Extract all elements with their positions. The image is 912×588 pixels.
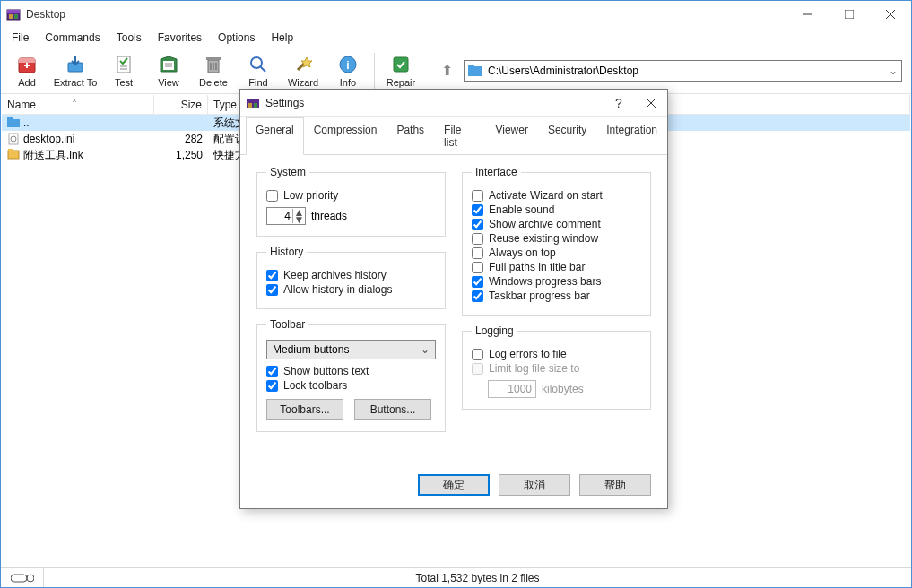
toolbars-button[interactable]: Toolbars... — [266, 399, 343, 420]
reuse-window-checkbox[interactable]: Reuse existing window — [472, 232, 641, 245]
app-icon — [6, 7, 21, 22]
menu-file[interactable]: File — [4, 30, 36, 46]
tab-integration[interactable]: Integration — [596, 117, 667, 155]
tab-security[interactable]: Security — [538, 117, 596, 155]
window-title: Desktop — [26, 8, 787, 21]
svg-rect-37 — [8, 149, 13, 151]
wizard-icon — [292, 54, 314, 75]
maximize-button[interactable] — [829, 1, 870, 28]
menu-favorites[interactable]: Favorites — [151, 30, 209, 46]
chevron-down-icon: ⌄ — [889, 65, 898, 77]
ini-file-icon — [7, 133, 20, 145]
activate-wizard-checkbox[interactable]: Activate Wizard on start — [472, 189, 641, 202]
repair-label: Repair — [387, 77, 415, 88]
windows-progress-checkbox[interactable]: Windows progress bars — [472, 275, 641, 288]
low-priority-checkbox[interactable]: Low priority — [266, 189, 436, 202]
lock-toolbars-checkbox[interactable]: Lock toolbars — [266, 379, 436, 392]
svg-line-25 — [260, 66, 265, 72]
svg-rect-9 — [19, 58, 35, 63]
folder-icon — [468, 65, 482, 77]
always-on-top-checkbox[interactable]: Always on top — [472, 246, 641, 259]
column-name[interactable]: Name ˄ — [2, 95, 154, 114]
status-text: Total 1,532 bytes in 2 files — [44, 572, 911, 584]
svg-rect-11 — [26, 63, 28, 68]
taskbar-progress-checkbox[interactable]: Taskbar progress bar — [472, 290, 641, 302]
keep-history-checkbox[interactable]: Keep archives history — [266, 269, 436, 281]
find-button[interactable]: Find — [236, 48, 281, 93]
menubar: File Commands Tools Favorites Options He… — [1, 28, 911, 48]
wizard-button[interactable]: Wizard — [281, 48, 326, 93]
repair-icon — [390, 54, 412, 75]
folder-up-icon — [7, 117, 20, 129]
menu-tools[interactable]: Tools — [109, 30, 149, 46]
settings-dialog: Settings ? General Compression Paths Fil… — [239, 89, 668, 509]
enable-sound-checkbox[interactable]: Enable sound — [472, 203, 641, 216]
path-text: C:\Users\Administrator\Desktop — [488, 65, 638, 77]
repair-button[interactable]: Repair — [378, 48, 423, 93]
svg-rect-38 — [11, 575, 27, 582]
menu-options[interactable]: Options — [211, 30, 262, 46]
threads-spinner[interactable]: ▲▼ — [266, 207, 306, 225]
info-label: Info — [340, 77, 356, 88]
svg-rect-2 — [9, 14, 13, 19]
logging-legend: Logging — [472, 324, 517, 337]
extract-icon — [65, 54, 86, 75]
toolbar-size-combo[interactable]: Medium buttons⌄ — [266, 340, 436, 359]
up-arrow-icon[interactable]: ⬆ — [441, 62, 453, 79]
svg-rect-41 — [248, 103, 252, 108]
toolbar-group: Toolbar Medium buttons⌄ Show buttons tex… — [256, 318, 446, 432]
dialog-icon — [246, 96, 260, 110]
view-button[interactable]: View — [146, 48, 191, 93]
view-label: View — [158, 77, 179, 88]
svg-rect-29 — [394, 57, 408, 72]
column-size[interactable]: Size — [154, 95, 208, 114]
add-icon — [16, 54, 38, 75]
main-toolbar: Add Extract To Test View Delete Find Wiz… — [1, 48, 911, 94]
logging-group: Logging Log errors to file Limit log fil… — [462, 324, 651, 410]
interface-legend: Interface — [472, 166, 521, 178]
history-group: History Keep archives history Allow hist… — [256, 246, 446, 309]
chevron-down-icon: ⌄ — [421, 343, 430, 356]
buttons-button[interactable]: Buttons... — [354, 399, 431, 420]
close-button[interactable] — [870, 1, 911, 28]
test-label: Test — [115, 77, 133, 88]
svg-rect-32 — [7, 119, 20, 127]
dialog-titlebar: Settings ? — [240, 90, 667, 117]
log-errors-checkbox[interactable]: Log errors to file — [472, 348, 641, 360]
cancel-button[interactable]: 取消 — [499, 474, 570, 496]
help-button[interactable]: 帮助 — [579, 474, 651, 496]
svg-rect-31 — [468, 65, 474, 68]
find-icon — [248, 54, 269, 75]
test-button[interactable]: Test — [101, 48, 146, 93]
log-size-input — [488, 380, 536, 398]
dialog-close-button[interactable] — [635, 91, 667, 116]
tab-general[interactable]: General — [246, 117, 304, 155]
tab-compression[interactable]: Compression — [304, 117, 387, 155]
statusbar: Total 1,532 bytes in 2 files — [1, 567, 911, 587]
tab-filelist[interactable]: File list — [434, 117, 485, 155]
ok-button[interactable]: 确定 — [418, 474, 490, 496]
log-size-unit: kilobytes — [542, 383, 584, 395]
sort-indicator-icon: ˄ — [72, 99, 77, 111]
delete-label: Delete — [199, 77, 228, 88]
dialog-help-button[interactable]: ? — [603, 91, 635, 116]
interface-group: Interface Activate Wizard on start Enabl… — [462, 166, 651, 316]
menu-commands[interactable]: Commands — [38, 30, 107, 46]
menu-help[interactable]: Help — [264, 30, 300, 46]
allow-history-checkbox[interactable]: Allow history in dialogs — [266, 283, 436, 296]
extract-button[interactable]: Extract To — [49, 48, 101, 93]
delete-button[interactable]: Delete — [191, 48, 236, 93]
show-buttons-text-checkbox[interactable]: Show buttons text — [266, 365, 436, 377]
tab-paths[interactable]: Paths — [387, 117, 434, 155]
path-combo[interactable]: C:\Users\Administrator\Desktop ⌄ — [464, 60, 902, 82]
show-comment-checkbox[interactable]: Show archive comment — [472, 218, 641, 230]
lnk-file-icon — [7, 149, 20, 161]
info-icon: i — [337, 54, 359, 75]
add-button[interactable]: Add — [4, 48, 49, 93]
svg-rect-5 — [845, 10, 854, 19]
tab-viewer[interactable]: Viewer — [485, 117, 537, 155]
full-paths-checkbox[interactable]: Full paths in title bar — [472, 261, 641, 273]
info-button[interactable]: i Info — [326, 48, 370, 93]
view-icon — [158, 54, 179, 75]
minimize-button[interactable] — [787, 1, 829, 28]
